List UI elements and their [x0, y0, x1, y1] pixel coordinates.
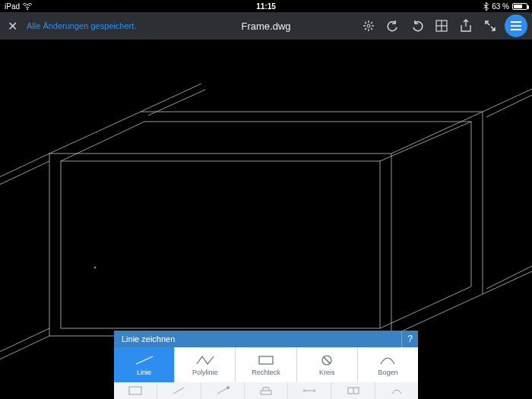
sec-tool-1[interactable] [114, 382, 157, 399]
toolbar-header: Linie zeichnen ? [114, 331, 418, 347]
battery-icon [512, 3, 527, 10]
draw-tools-row: Linie Polylinie Rechteck Kreis Bogen [114, 347, 418, 382]
svg-line-41 [173, 388, 184, 394]
svg-line-9 [371, 22, 372, 24]
svg-point-35 [94, 267, 96, 268]
svg-line-34 [486, 266, 532, 289]
sec-tool-4[interactable] [245, 382, 288, 399]
svg-rect-13 [49, 154, 391, 336]
close-button[interactable]: ✕ [5, 19, 21, 33]
expand-fullscreen-button[interactable] [480, 16, 500, 36]
svg-line-33 [486, 95, 532, 117]
svg-line-15 [49, 112, 141, 154]
tool-line[interactable]: Linie [114, 347, 175, 382]
app-top-bar: ✕ Alle Änderungen gespeichert. Frame.dwg [0, 12, 532, 40]
svg-point-0 [27, 8, 28, 10]
help-button[interactable]: ? [401, 331, 418, 347]
svg-rect-40 [129, 387, 141, 394]
svg-line-31 [0, 328, 49, 359]
tool-rectangle[interactable]: Rechteck [236, 347, 296, 382]
svg-line-28 [483, 89, 532, 112]
svg-point-1 [367, 24, 370, 27]
wifi-icon [23, 3, 32, 10]
sec-tool-7[interactable] [375, 382, 418, 399]
document-title: Frame.dwg [241, 21, 290, 32]
svg-line-42 [217, 388, 228, 394]
secondary-tools-row [114, 382, 418, 399]
sec-tool-5[interactable] [288, 382, 331, 399]
svg-line-7 [371, 28, 372, 30]
save-status-text: Alle Änderungen gespeichert. [27, 21, 136, 30]
svg-line-8 [365, 28, 366, 30]
tool-line-label: Linie [137, 369, 151, 376]
svg-line-16 [391, 112, 483, 154]
svg-line-23 [380, 287, 471, 328]
tool-polyline[interactable]: Polylinie [175, 347, 236, 382]
svg-line-27 [141, 84, 201, 112]
grid-view-button[interactable] [432, 16, 451, 36]
sec-tool-6[interactable] [331, 382, 375, 399]
svg-rect-37 [259, 356, 273, 364]
svg-line-18 [391, 294, 483, 336]
device-name: iPad [5, 2, 20, 11]
settings-gear-icon[interactable] [359, 16, 378, 36]
svg-line-25 [0, 154, 49, 184]
svg-line-20 [61, 122, 144, 161]
tool-circle-label: Kreis [319, 369, 335, 376]
svg-line-26 [0, 336, 49, 366]
tool-arc[interactable]: Bogen [358, 347, 418, 382]
menu-button[interactable] [505, 14, 527, 37]
svg-rect-14 [61, 161, 380, 328]
svg-line-30 [0, 161, 49, 192]
svg-line-21 [380, 122, 471, 161]
battery-percent: 63 % [492, 2, 509, 11]
sec-tool-2[interactable] [157, 382, 201, 399]
svg-line-36 [136, 356, 153, 364]
undo-button[interactable] [383, 16, 403, 36]
svg-line-6 [365, 22, 366, 24]
bluetooth-icon [483, 2, 489, 11]
svg-line-29 [483, 271, 532, 294]
tool-polyline-label: Polylinie [192, 369, 218, 376]
clock: 11:15 [256, 2, 276, 11]
tool-rectangle-label: Rechteck [252, 369, 280, 376]
redo-button[interactable] [407, 16, 427, 36]
toolbar-title: Linie zeichnen [122, 334, 175, 344]
sec-tool-3[interactable] [201, 382, 245, 399]
tool-arc-label: Bogen [378, 369, 397, 376]
tool-circle[interactable]: Kreis [297, 347, 358, 382]
share-button[interactable] [456, 16, 476, 36]
svg-point-43 [226, 387, 229, 389]
svg-line-39 [324, 357, 330, 363]
svg-rect-44 [261, 391, 271, 394]
ios-status-bar: iPad 11:15 63 % [0, 0, 532, 12]
bottom-toolbar: Linie zeichnen ? Linie Polylinie Rechtec… [114, 331, 418, 399]
